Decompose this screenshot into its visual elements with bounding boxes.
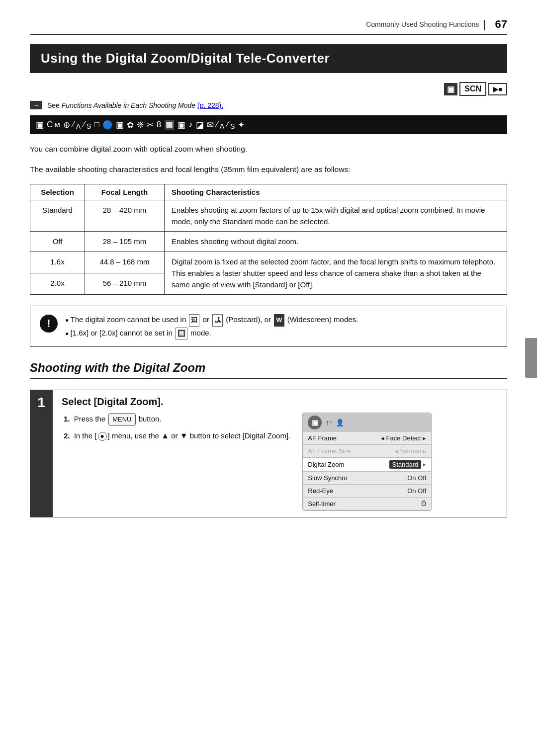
postcard-icon: 🏞	[212, 314, 223, 326]
cam-chevron-icon: ▸	[423, 461, 426, 468]
table-cell-selection-3: 1.6x	[30, 252, 85, 273]
body-text-1: You can combine digital zoom with optica…	[30, 143, 507, 156]
sym-15: ♪	[188, 120, 194, 130]
side-tab	[525, 338, 537, 378]
cam-value-red-eye: On Off	[407, 487, 426, 495]
table-header-selection: Selection	[30, 184, 85, 200]
sym-19: ⁄S	[227, 119, 236, 130]
scn-mode-icon: SCN	[459, 82, 486, 96]
table-row: Standard 28 – 420 mm Enables shooting at…	[30, 200, 507, 232]
camera-menu-icon: ●	[98, 432, 107, 441]
page-header: Commonly Used Shooting Functions | 67	[30, 18, 507, 35]
cam-value-af: ◂ Face Detect ▸	[381, 434, 426, 442]
section-heading: Shooting with the Digital Zoom	[30, 361, 507, 379]
table-cell-selection-4: 2.0x	[30, 273, 85, 295]
step-title: Select [Digital Zoom].	[62, 396, 498, 408]
cam-value-self-timer: ʘ̈	[421, 500, 426, 507]
table-cell-selection-2: Off	[30, 232, 85, 252]
or-text-2: or	[203, 315, 209, 324]
cam-icon-settings: ↑↑	[326, 419, 333, 426]
caution-icon-svg: !	[39, 314, 58, 333]
symbols-bar: ▣ Ċм ⊕ ⁄A ⁄S □ 🔵 ▣ ✿ ❊ ✂ 8 🔲 ▣ ♪ ◪ ✉ ⁄A …	[30, 115, 507, 134]
table-header-focal: Focal Length	[85, 184, 165, 200]
sym-3: ⊕	[63, 120, 72, 130]
sym-2: Ċм	[47, 120, 62, 130]
sym-1: ▣	[36, 120, 45, 130]
or-text-step: or	[171, 431, 178, 440]
sym-12: 8	[157, 120, 163, 130]
table-cell-selection-1: Standard	[30, 200, 85, 232]
sym-4: ⁄A	[73, 119, 82, 130]
sym-10: ❊	[137, 120, 145, 130]
warning-content: The digital zoom cannot be used in 🖼 or …	[65, 313, 358, 339]
step-num-2: 2.	[64, 431, 70, 440]
sym-13: 🔲	[164, 120, 176, 130]
sym-6: □	[94, 120, 101, 130]
table-cell-focal-3: 44.8 – 168 mm	[85, 252, 165, 273]
camera-ui-screenshot: ▣ ↑↑ 👤 AF Frame ◂ Face Detect ▸ AF Frame…	[302, 413, 432, 511]
cam-label-red-eye: Red-Eye	[308, 487, 407, 495]
step-bottom: 1. Press the MENU button. 2. In the [●] …	[62, 413, 498, 511]
camera-mode-icon: ▣	[444, 83, 457, 95]
zoom-table: Selection Focal Length Shooting Characte…	[30, 184, 507, 295]
see-note: → See Functions Available in Each Shooti…	[30, 101, 507, 109]
table-row: Off 28 – 105 mm Enables shooting without…	[30, 232, 507, 252]
mode-icon-inline: 🔲	[176, 328, 187, 339]
table-row: 1.6x 44.8 – 168 mm Digital zoom is fixed…	[30, 252, 507, 273]
or-text-3: or	[90, 329, 97, 337]
cam-row-af-size: AF Frame Size ◂ Normal ▸	[303, 445, 431, 458]
sym-11: ✂	[147, 120, 155, 130]
see-note-link[interactable]: (p. 228).	[197, 101, 223, 109]
cam-icon-person: 👤	[336, 419, 344, 426]
header-divider: |	[483, 18, 486, 31]
landscape-icon: 🖼	[189, 314, 199, 326]
or-text-1: or	[289, 280, 296, 289]
table-header-characteristics: Shooting Characteristics	[165, 184, 507, 200]
mode-icons-row: ▣ SCN ▶■	[30, 82, 507, 96]
sym-20: ✦	[238, 120, 246, 130]
warning-item-1: The digital zoom cannot be used in 🖼 or …	[65, 313, 358, 326]
sym-7: 🔵	[102, 120, 114, 130]
arrow-right-icon: →	[30, 101, 42, 109]
cam-label-slow-synchro: Slow Synchro	[308, 474, 407, 482]
cam-value-af-size: ◂ Normal ▸	[395, 447, 426, 455]
table-cell-focal-4: 56 – 210 mm	[85, 273, 165, 295]
sym-16: ◪	[196, 120, 205, 130]
cam-mode-btn: ▣	[308, 416, 322, 429]
step-instructions: 1. Press the MENU button. 2. In the [●] …	[62, 413, 290, 445]
cam-label-af-size: AF Frame Size	[308, 447, 395, 455]
sym-14: ▣	[178, 120, 187, 130]
step-instruction-2: 2. In the [●] menu, use the ▲ or ▼ butto…	[64, 429, 290, 442]
cam-row-slow-synchro: Slow Synchro On Off	[303, 472, 431, 485]
svg-text:!: !	[47, 317, 50, 330]
step-num-1: 1.	[64, 415, 70, 423]
see-note-italic: Functions Available in Each Shooting Mod…	[62, 101, 195, 109]
menu-kbd: MENU	[108, 413, 135, 426]
step-instruction-1: 1. Press the MENU button.	[64, 413, 290, 426]
movie-mode-icon: ▶■	[488, 83, 507, 95]
cam-row-red-eye: Red-Eye On Off	[303, 485, 431, 498]
sym-17: ✉	[207, 120, 215, 130]
table-cell-char-1: Enables shooting at zoom factors of up t…	[165, 200, 507, 232]
warning-box: ! The digital zoom cannot be used in 🖼 o…	[30, 306, 507, 346]
sym-8: ▣	[116, 120, 125, 130]
down-arrow: ▼	[180, 431, 188, 440]
sym-18: ⁄A	[217, 119, 226, 130]
step-container: 1 Select [Digital Zoom]. 1. Press the ME…	[30, 390, 507, 517]
sym-5: ⁄S	[84, 119, 92, 130]
table-cell-char-2: Enables shooting without digital zoom.	[165, 232, 507, 252]
see-note-text: See Functions Available in Each Shooting…	[47, 101, 223, 109]
header-section-label: Commonly Used Shooting Functions	[366, 20, 479, 28]
page: Commonly Used Shooting Functions | 67 Us…	[0, 0, 537, 756]
body-text-2: The available shooting characteristics a…	[30, 164, 507, 176]
header-page-number: 67	[495, 18, 507, 31]
up-arrow: ▲	[161, 431, 169, 440]
cam-value-slow-synchro: On Off	[407, 474, 426, 482]
camera-ui-header: ▣ ↑↑ 👤	[303, 413, 431, 432]
step-content-box: Select [Digital Zoom]. 1. Press the MENU…	[53, 390, 507, 517]
cam-row-af-frame: AF Frame ◂ Face Detect ▸	[303, 432, 431, 445]
step-number: 1	[37, 395, 45, 411]
warning-icon: !	[39, 314, 58, 337]
widescreen-icon: W	[274, 314, 284, 326]
chapter-title: Using the Digital Zoom/Digital Tele-Conv…	[30, 44, 507, 73]
